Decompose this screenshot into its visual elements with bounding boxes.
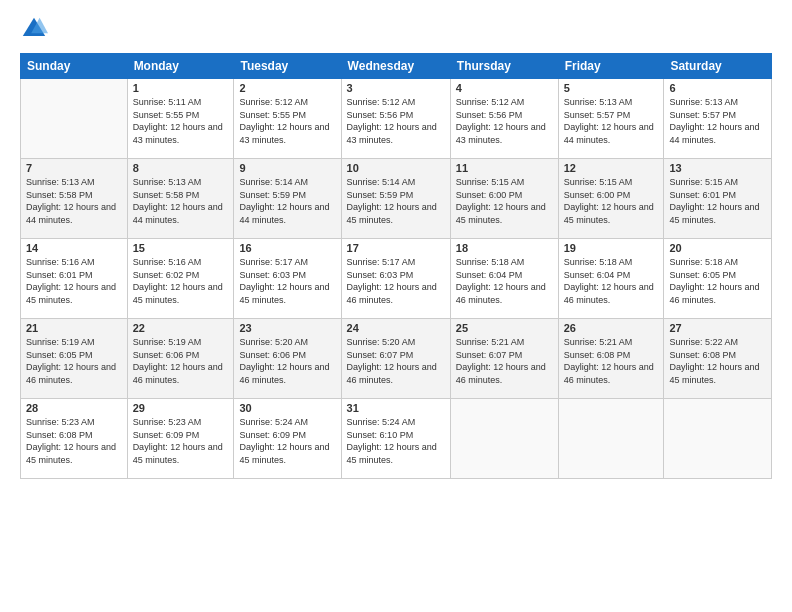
cell-info: Sunrise: 5:18 AM Sunset: 6:04 PM Dayligh… (456, 256, 553, 306)
cell-info: Sunrise: 5:18 AM Sunset: 6:04 PM Dayligh… (564, 256, 659, 306)
calendar-cell (21, 79, 128, 159)
day-number: 28 (26, 402, 122, 414)
day-number: 30 (239, 402, 335, 414)
day-number: 24 (347, 322, 445, 334)
day-number: 18 (456, 242, 553, 254)
header (20, 15, 772, 43)
calendar-cell (450, 399, 558, 479)
weekday-header-row: SundayMondayTuesdayWednesdayThursdayFrid… (21, 54, 772, 79)
day-number: 22 (133, 322, 229, 334)
calendar-cell: 24Sunrise: 5:20 AM Sunset: 6:07 PM Dayli… (341, 319, 450, 399)
weekday-header-sunday: Sunday (21, 54, 128, 79)
day-number: 10 (347, 162, 445, 174)
day-number: 5 (564, 82, 659, 94)
calendar-cell: 27Sunrise: 5:22 AM Sunset: 6:08 PM Dayli… (664, 319, 772, 399)
calendar-cell: 18Sunrise: 5:18 AM Sunset: 6:04 PM Dayli… (450, 239, 558, 319)
cell-info: Sunrise: 5:24 AM Sunset: 6:10 PM Dayligh… (347, 416, 445, 466)
day-number: 9 (239, 162, 335, 174)
calendar-cell: 4Sunrise: 5:12 AM Sunset: 5:56 PM Daylig… (450, 79, 558, 159)
cell-info: Sunrise: 5:21 AM Sunset: 6:07 PM Dayligh… (456, 336, 553, 386)
cell-info: Sunrise: 5:17 AM Sunset: 6:03 PM Dayligh… (239, 256, 335, 306)
day-number: 7 (26, 162, 122, 174)
calendar-cell: 9Sunrise: 5:14 AM Sunset: 5:59 PM Daylig… (234, 159, 341, 239)
cell-info: Sunrise: 5:13 AM Sunset: 5:58 PM Dayligh… (133, 176, 229, 226)
cell-info: Sunrise: 5:15 AM Sunset: 6:01 PM Dayligh… (669, 176, 766, 226)
calendar-cell: 13Sunrise: 5:15 AM Sunset: 6:01 PM Dayli… (664, 159, 772, 239)
calendar-cell: 20Sunrise: 5:18 AM Sunset: 6:05 PM Dayli… (664, 239, 772, 319)
cell-info: Sunrise: 5:13 AM Sunset: 5:57 PM Dayligh… (669, 96, 766, 146)
calendar-week-row: 1Sunrise: 5:11 AM Sunset: 5:55 PM Daylig… (21, 79, 772, 159)
calendar-week-row: 21Sunrise: 5:19 AM Sunset: 6:05 PM Dayli… (21, 319, 772, 399)
cell-info: Sunrise: 5:16 AM Sunset: 6:02 PM Dayligh… (133, 256, 229, 306)
cell-info: Sunrise: 5:12 AM Sunset: 5:55 PM Dayligh… (239, 96, 335, 146)
day-number: 15 (133, 242, 229, 254)
day-number: 17 (347, 242, 445, 254)
calendar-cell: 8Sunrise: 5:13 AM Sunset: 5:58 PM Daylig… (127, 159, 234, 239)
calendar-cell: 10Sunrise: 5:14 AM Sunset: 5:59 PM Dayli… (341, 159, 450, 239)
day-number: 26 (564, 322, 659, 334)
day-number: 11 (456, 162, 553, 174)
day-number: 6 (669, 82, 766, 94)
cell-info: Sunrise: 5:20 AM Sunset: 6:07 PM Dayligh… (347, 336, 445, 386)
day-number: 13 (669, 162, 766, 174)
cell-info: Sunrise: 5:15 AM Sunset: 6:00 PM Dayligh… (456, 176, 553, 226)
calendar-cell: 6Sunrise: 5:13 AM Sunset: 5:57 PM Daylig… (664, 79, 772, 159)
calendar-cell: 1Sunrise: 5:11 AM Sunset: 5:55 PM Daylig… (127, 79, 234, 159)
calendar-cell: 14Sunrise: 5:16 AM Sunset: 6:01 PM Dayli… (21, 239, 128, 319)
cell-info: Sunrise: 5:24 AM Sunset: 6:09 PM Dayligh… (239, 416, 335, 466)
cell-info: Sunrise: 5:20 AM Sunset: 6:06 PM Dayligh… (239, 336, 335, 386)
day-number: 20 (669, 242, 766, 254)
calendar-cell: 25Sunrise: 5:21 AM Sunset: 6:07 PM Dayli… (450, 319, 558, 399)
logo (20, 15, 52, 43)
calendar-cell: 26Sunrise: 5:21 AM Sunset: 6:08 PM Dayli… (558, 319, 664, 399)
cell-info: Sunrise: 5:17 AM Sunset: 6:03 PM Dayligh… (347, 256, 445, 306)
calendar-week-row: 14Sunrise: 5:16 AM Sunset: 6:01 PM Dayli… (21, 239, 772, 319)
day-number: 8 (133, 162, 229, 174)
weekday-header-monday: Monday (127, 54, 234, 79)
weekday-header-friday: Friday (558, 54, 664, 79)
calendar-cell: 21Sunrise: 5:19 AM Sunset: 6:05 PM Dayli… (21, 319, 128, 399)
calendar-cell (664, 399, 772, 479)
calendar-cell: 11Sunrise: 5:15 AM Sunset: 6:00 PM Dayli… (450, 159, 558, 239)
cell-info: Sunrise: 5:23 AM Sunset: 6:09 PM Dayligh… (133, 416, 229, 466)
day-number: 1 (133, 82, 229, 94)
day-number: 14 (26, 242, 122, 254)
day-number: 4 (456, 82, 553, 94)
day-number: 31 (347, 402, 445, 414)
day-number: 27 (669, 322, 766, 334)
cell-info: Sunrise: 5:18 AM Sunset: 6:05 PM Dayligh… (669, 256, 766, 306)
day-number: 21 (26, 322, 122, 334)
calendar-cell: 23Sunrise: 5:20 AM Sunset: 6:06 PM Dayli… (234, 319, 341, 399)
day-number: 23 (239, 322, 335, 334)
cell-info: Sunrise: 5:16 AM Sunset: 6:01 PM Dayligh… (26, 256, 122, 306)
day-number: 12 (564, 162, 659, 174)
day-number: 2 (239, 82, 335, 94)
cell-info: Sunrise: 5:11 AM Sunset: 5:55 PM Dayligh… (133, 96, 229, 146)
calendar-cell: 12Sunrise: 5:15 AM Sunset: 6:00 PM Dayli… (558, 159, 664, 239)
weekday-header-thursday: Thursday (450, 54, 558, 79)
calendar-cell: 30Sunrise: 5:24 AM Sunset: 6:09 PM Dayli… (234, 399, 341, 479)
cell-info: Sunrise: 5:19 AM Sunset: 6:05 PM Dayligh… (26, 336, 122, 386)
cell-info: Sunrise: 5:15 AM Sunset: 6:00 PM Dayligh… (564, 176, 659, 226)
calendar-cell: 29Sunrise: 5:23 AM Sunset: 6:09 PM Dayli… (127, 399, 234, 479)
cell-info: Sunrise: 5:19 AM Sunset: 6:06 PM Dayligh… (133, 336, 229, 386)
weekday-header-saturday: Saturday (664, 54, 772, 79)
calendar-cell: 15Sunrise: 5:16 AM Sunset: 6:02 PM Dayli… (127, 239, 234, 319)
cell-info: Sunrise: 5:12 AM Sunset: 5:56 PM Dayligh… (347, 96, 445, 146)
calendar-cell (558, 399, 664, 479)
calendar-table: SundayMondayTuesdayWednesdayThursdayFrid… (20, 53, 772, 479)
day-number: 29 (133, 402, 229, 414)
weekday-header-tuesday: Tuesday (234, 54, 341, 79)
calendar-cell: 2Sunrise: 5:12 AM Sunset: 5:55 PM Daylig… (234, 79, 341, 159)
calendar-cell: 17Sunrise: 5:17 AM Sunset: 6:03 PM Dayli… (341, 239, 450, 319)
day-number: 16 (239, 242, 335, 254)
cell-info: Sunrise: 5:14 AM Sunset: 5:59 PM Dayligh… (347, 176, 445, 226)
day-number: 3 (347, 82, 445, 94)
cell-info: Sunrise: 5:13 AM Sunset: 5:58 PM Dayligh… (26, 176, 122, 226)
calendar-cell: 7Sunrise: 5:13 AM Sunset: 5:58 PM Daylig… (21, 159, 128, 239)
calendar-cell: 31Sunrise: 5:24 AM Sunset: 6:10 PM Dayli… (341, 399, 450, 479)
logo-icon (20, 15, 48, 43)
calendar-cell: 19Sunrise: 5:18 AM Sunset: 6:04 PM Dayli… (558, 239, 664, 319)
calendar-cell: 28Sunrise: 5:23 AM Sunset: 6:08 PM Dayli… (21, 399, 128, 479)
cell-info: Sunrise: 5:21 AM Sunset: 6:08 PM Dayligh… (564, 336, 659, 386)
